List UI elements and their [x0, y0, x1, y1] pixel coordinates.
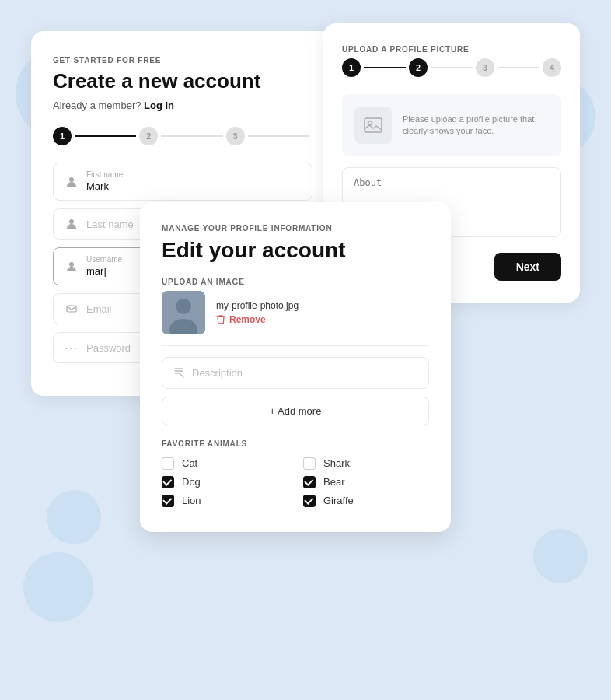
create-card-subtitle: Already a member? Log in: [53, 100, 312, 111]
up-step-1: 1: [342, 58, 361, 77]
svg-point-7: [176, 299, 191, 314]
add-more-button[interactable]: + Add more: [162, 397, 429, 425]
person-icon-2: [65, 217, 79, 231]
up-step-3: 3: [476, 58, 494, 77]
upload-hint-text: Please upload a profile picture that cle…: [403, 114, 549, 138]
svg-point-2: [69, 262, 74, 267]
animal-cat: Cat: [162, 457, 288, 470]
create-section-label: GET STARTED FOR FREE: [53, 56, 312, 65]
photo-info: my-profile-photo.jpg Remove: [216, 300, 429, 325]
create-stepper: 1 2 3: [53, 127, 312, 145]
description-placeholder: Description: [192, 367, 243, 379]
person-icon-3: [65, 260, 79, 274]
login-link[interactable]: Log in: [144, 100, 174, 111]
description-field[interactable]: Description: [162, 357, 429, 389]
create-card-title: Create a new account: [53, 69, 312, 93]
svg-point-0: [69, 177, 74, 182]
giraffe-checkbox[interactable]: [303, 495, 316, 507]
svg-point-1: [69, 219, 74, 224]
cat-label: Cat: [182, 457, 197, 469]
first-name-value: Mark: [86, 180, 301, 192]
svg-rect-4: [365, 118, 382, 132]
upload-next-button[interactable]: Next: [494, 253, 561, 281]
giraffe-label: Giraffe: [323, 495, 354, 506]
step-line-1: [75, 135, 136, 137]
edit-account-card: MANAGE YOUR PROFILE INFORMATION Edit you…: [140, 202, 451, 532]
animal-dog: Dog: [162, 476, 288, 488]
password-icon: ···: [65, 341, 79, 355]
shark-checkbox[interactable]: [303, 457, 316, 470]
upload-image-area: my-profile-photo.jpg Remove: [162, 291, 429, 334]
svg-point-5: [368, 121, 372, 125]
cat-checkbox[interactable]: [162, 457, 174, 470]
first-name-content: First name Mark: [86, 171, 301, 192]
first-name-label: First name: [86, 171, 301, 179]
up-step-line-3: [498, 67, 539, 68]
bear-checkbox[interactable]: [303, 476, 316, 488]
upload-box[interactable]: Please upload a profile picture that cle…: [342, 94, 561, 156]
shark-label: Shark: [323, 457, 350, 469]
step-3: 3: [226, 127, 245, 145]
edit-section-label: MANAGE YOUR PROFILE INFORMATION: [162, 224, 429, 233]
remove-photo-button[interactable]: Remove: [216, 314, 266, 325]
lion-checkbox[interactable]: [162, 495, 174, 507]
step-line-3: [248, 135, 309, 137]
up-step-line-2: [431, 67, 473, 68]
animal-lion: Lion: [162, 495, 288, 507]
step-1: 1: [53, 127, 72, 145]
step-2: 2: [139, 127, 158, 145]
up-step-line-1: [364, 67, 406, 68]
first-name-field[interactable]: First name Mark: [53, 163, 312, 201]
profile-photo: [162, 291, 205, 334]
divider-1: [162, 345, 429, 346]
upload-image-label: UPLOAD AN IMAGE: [162, 278, 429, 286]
lion-label: Lion: [182, 495, 201, 506]
cards-wrapper: GET STARTED FOR FREE Create a new accoun…: [31, 23, 580, 677]
email-icon: [65, 302, 79, 316]
favorite-animals-section: FAVORITE ANIMALS Cat Shark Dog: [162, 439, 429, 507]
photo-filename: my-profile-photo.jpg: [216, 300, 429, 311]
dog-label: Dog: [182, 476, 201, 488]
animal-bear: Bear: [303, 476, 429, 488]
edit-card-title: Edit your account: [162, 237, 429, 264]
up-step-2: 2: [409, 58, 428, 77]
animal-giraffe: Giraffe: [303, 495, 429, 507]
person-icon-1: [65, 175, 79, 189]
remove-label: Remove: [229, 314, 266, 325]
svg-rect-3: [67, 306, 76, 312]
up-step-4: 4: [543, 58, 561, 77]
dog-checkbox[interactable]: [162, 476, 174, 488]
upload-profile-stepper: 1 2 3 4: [342, 58, 561, 77]
upload-profile-section-label: UPLOAD A PROFILE PICTURE: [342, 45, 561, 54]
animal-shark: Shark: [303, 457, 429, 470]
bear-label: Bear: [323, 476, 344, 488]
upload-icon-box: [354, 107, 392, 144]
animals-grid: Cat Shark Dog Bear: [162, 457, 429, 507]
step-line-2: [161, 135, 222, 137]
favorite-animals-label: FAVORITE ANIMALS: [162, 439, 429, 448]
